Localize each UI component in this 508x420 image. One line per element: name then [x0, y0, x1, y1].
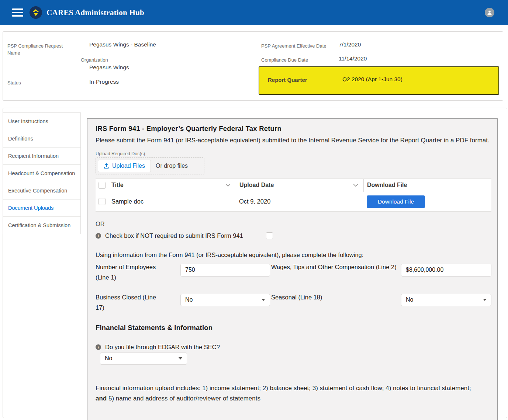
- form-941-section-title: IRS Form 941 - Employer’s Quarterly Fede…: [96, 125, 497, 133]
- select-all-checkbox[interactable]: [99, 182, 106, 189]
- sidebar-item-user-instructions[interactable]: User Instructions: [3, 112, 81, 130]
- effective-date-value: 7/1/2020: [339, 41, 361, 48]
- app-header: CARES Administration Hub: [0, 0, 508, 25]
- info-icon[interactable]: i: [96, 233, 101, 239]
- employees-label: Number of Employees (Line 1): [96, 262, 180, 282]
- business-closed-select[interactable]: No: [180, 294, 270, 306]
- download-file-button[interactable]: Download File: [367, 195, 425, 208]
- due-date-label: Compliance Due Date: [261, 56, 308, 63]
- organization-value: Pegasus Wings: [89, 64, 129, 71]
- seasonal-select[interactable]: No: [401, 294, 491, 306]
- upload-files-button[interactable]: Upload Files: [98, 160, 151, 172]
- column-header-upload-date[interactable]: Upload Date: [236, 179, 363, 192]
- chevron-down-icon[interactable]: [225, 184, 231, 187]
- column-header-title[interactable]: Title: [111, 179, 236, 192]
- request-name-value: Pegasus Wings - Baseline: [89, 41, 156, 48]
- due-date-value: 11/14/2020: [339, 55, 367, 62]
- report-quarter-value: Q2 2020 (Apr 1-Jun 30): [342, 76, 402, 83]
- edgar-select[interactable]: No: [100, 353, 187, 365]
- document-uploads-panel: IRS Form 941 - Employer’s Quarterly Fede…: [87, 118, 498, 420]
- wages-label: Wages, Tips and Other Compensation (Line…: [271, 262, 401, 272]
- employees-input[interactable]: [180, 264, 270, 277]
- sidebar-item-executive-compensation[interactable]: Executive Compensation: [3, 182, 81, 199]
- not-required-label: Check box if NOT required to submit IRS …: [105, 232, 243, 239]
- upload-required-label: Upload Required Doc(s): [96, 151, 497, 156]
- drop-files-label: Or drop files: [156, 163, 188, 169]
- sidebar-item-headcount-compensation[interactable]: Headcount & Compensation: [3, 164, 81, 182]
- status-value: In-Progress: [89, 79, 119, 85]
- compliance-summary-card: PSP Compliance Request Name Pegasus Wing…: [3, 31, 503, 101]
- section-nav: User Instructions Definitions Recipient …: [3, 113, 81, 234]
- chevron-down-icon[interactable]: [353, 184, 358, 187]
- sidebar-item-document-uploads[interactable]: Document Uploads: [3, 199, 81, 217]
- form-941-instructions: Please submit the Form 941 (or IRS-accep…: [96, 135, 490, 146]
- upload-icon: [104, 163, 109, 169]
- report-quarter-label: Report Quarter: [268, 77, 307, 83]
- not-required-checkbox[interactable]: [266, 232, 273, 239]
- app-title: CARES Administration Hub: [46, 8, 144, 17]
- not-required-row: i Check box if NOT required to submit IR…: [96, 232, 497, 239]
- doc-title-cell: Sample doc: [111, 198, 144, 205]
- or-separator-label: OR: [96, 221, 497, 228]
- uploaded-docs-table: Title Upload Date Download File Sa: [96, 178, 491, 212]
- user-avatar-icon[interactable]: [485, 8, 494, 17]
- table-row: Sample doc Oct 9, 2020 Download File: [96, 192, 491, 212]
- field-row-2: Business Closed (Line 17) No Seasonal (L…: [96, 292, 497, 313]
- edgar-question-row: i Do you file through EDGAR with the SEC…: [96, 344, 497, 351]
- request-name-label: PSP Compliance Request Name: [7, 42, 70, 56]
- upload-date-cell: Oct 9, 2020: [239, 198, 270, 205]
- sidebar-item-definitions[interactable]: Definitions: [3, 130, 81, 147]
- shield-logo-icon: [30, 6, 42, 19]
- sidebar-item-certification-submission[interactable]: Certification & Submission: [3, 216, 81, 234]
- effective-date-label: PSP Agreement Effective Date: [261, 42, 326, 49]
- organization-label: Organization: [81, 56, 108, 63]
- column-header-download-file: Download File: [363, 179, 491, 192]
- seasonal-label: Seasonal (Line 18): [271, 292, 401, 302]
- row-checkbox[interactable]: [99, 198, 106, 205]
- financial-statements-heading: Financial Statements & Information: [96, 324, 497, 332]
- select-caret-icon: [262, 299, 265, 301]
- report-quarter-highlight: Report Quarter Q2 2020 (Apr 1-Jun 30): [259, 66, 499, 95]
- sidebar-item-recipient-information[interactable]: Recipient Information: [3, 147, 81, 165]
- select-caret-icon: [179, 357, 182, 360]
- menu-icon[interactable]: [12, 8, 23, 17]
- table-header-row: Title Upload Date Download File: [96, 179, 491, 192]
- upload-files-label: Upload Files: [112, 163, 145, 169]
- info-icon[interactable]: i: [96, 344, 101, 350]
- field-row-1: Number of Employees (Line 1) Wages, Tips…: [96, 262, 497, 282]
- select-caret-icon: [483, 299, 487, 301]
- file-drop-zone[interactable]: Upload Files Or drop files: [96, 157, 204, 174]
- business-closed-label: Business Closed (Line 17): [96, 292, 180, 313]
- financial-upload-note: Financial information upload includes: 1…: [96, 383, 482, 404]
- status-label: Status: [7, 79, 21, 86]
- edgar-question-label: Do you file through EDGAR with the SEC?: [105, 344, 220, 351]
- wages-input[interactable]: [401, 264, 491, 277]
- complete-following-label: Using information from the Form 941 (or …: [96, 251, 497, 258]
- content-card: User Instructions Definitions Recipient …: [3, 108, 507, 418]
